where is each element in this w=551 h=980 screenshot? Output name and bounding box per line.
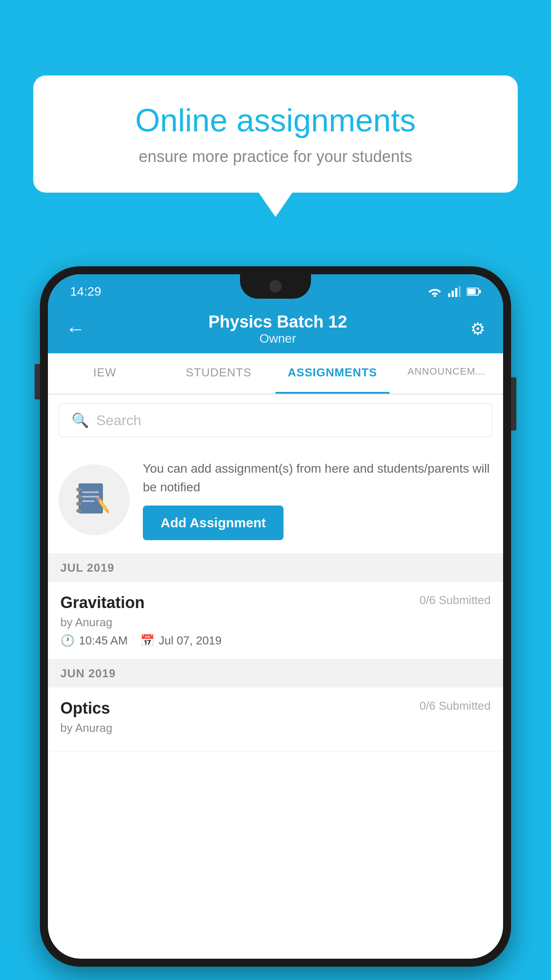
assignment-by: by Anurag (60, 616, 491, 629)
phone-container: 14:29 (40, 266, 511, 967)
header-center: Physics Batch 12 Owner (209, 312, 347, 346)
svg-rect-14 (82, 496, 99, 498)
search-placeholder-text: Search (96, 412, 141, 429)
search-container: 🔍 Search (48, 395, 503, 446)
optics-by: by Anurag (60, 721, 491, 735)
assignment-name: Gravitation (60, 593, 145, 612)
search-icon: 🔍 (71, 412, 89, 429)
speech-bubble-subtitle: ensure more practice for your students (64, 147, 487, 166)
optics-name: Optics (60, 699, 110, 718)
speech-bubble-title: Online assignments (64, 102, 487, 138)
svg-rect-11 (76, 502, 82, 506)
phone-outer: 14:29 (40, 266, 511, 967)
assignment-date-value: Jul 07, 2019 (159, 634, 222, 648)
assignment-row1: Gravitation 0/6 Submitted (60, 593, 491, 612)
settings-icon[interactable]: ⚙ (470, 319, 485, 339)
battery-icon (467, 287, 481, 296)
add-assignment-section: You can add assignment(s) from here and … (48, 446, 503, 554)
svg-rect-12 (76, 509, 82, 513)
assignment-submitted: 0/6 Submitted (420, 593, 491, 607)
tab-overview[interactable]: IEW (48, 353, 162, 394)
svg-rect-13 (82, 491, 99, 493)
header-subtitle: Owner (209, 332, 347, 346)
phone-notch (240, 274, 311, 299)
app-header: ← Physics Batch 12 Owner ⚙ (48, 304, 503, 353)
svg-rect-15 (82, 500, 94, 502)
assignment-meta: 🕐 10:45 AM 📅 Jul 07, 2019 (60, 634, 491, 648)
tab-students[interactable]: STUDENTS (162, 353, 276, 394)
clock-icon: 🕐 (60, 634, 75, 648)
assignment-item-optics[interactable]: Optics 0/6 Submitted by Anurag (48, 688, 503, 751)
volume-button (35, 364, 40, 399)
assignment-date: 📅 Jul 07, 2019 (140, 634, 222, 648)
assignment-item-gravitation[interactable]: Gravitation 0/6 Submitted by Anurag 🕐 10… (48, 582, 503, 660)
optics-submitted: 0/6 Submitted (420, 699, 491, 713)
status-time: 14:29 (70, 285, 101, 299)
wifi-icon (428, 286, 442, 297)
back-button[interactable]: ← (66, 318, 85, 340)
tab-announcements[interactable]: ANNOUNCEM... (390, 353, 504, 394)
assignment-time: 🕐 10:45 AM (60, 634, 128, 648)
month-header-jun: JUN 2019 (48, 660, 503, 688)
notebook-icon (74, 480, 114, 520)
add-assignment-button[interactable]: Add Assignment (143, 506, 283, 540)
svg-rect-10 (76, 495, 82, 498)
tab-assignments[interactable]: ASSIGNMENTS (276, 353, 390, 394)
tabs-bar: IEW STUDENTS ASSIGNMENTS ANNOUNCEM... (48, 353, 503, 395)
svg-rect-6 (468, 289, 476, 294)
svg-rect-1 (448, 293, 450, 297)
status-icons (428, 286, 481, 297)
svg-point-0 (434, 295, 436, 297)
calendar-icon: 📅 (140, 634, 154, 648)
front-camera (269, 280, 282, 292)
assignment-info: You can add assignment(s) from here and … (143, 459, 492, 540)
phone-screen: 14:29 (48, 274, 503, 959)
assignment-time-value: 10:45 AM (79, 634, 128, 648)
svg-rect-7 (479, 290, 481, 293)
assignment-info-text: You can add assignment(s) from here and … (143, 459, 492, 497)
month-header-jul: JUL 2019 (48, 554, 503, 582)
svg-rect-9 (76, 488, 82, 491)
header-title: Physics Batch 12 (209, 312, 347, 332)
signal-icon (448, 286, 460, 297)
search-bar[interactable]: 🔍 Search (59, 403, 492, 437)
optics-row1: Optics 0/6 Submitted (60, 699, 491, 718)
svg-rect-3 (455, 288, 457, 297)
notebook-icon-circle (59, 464, 130, 535)
power-button (511, 377, 516, 431)
speech-bubble: Online assignments ensure more practice … (33, 75, 518, 193)
svg-rect-4 (459, 286, 460, 297)
svg-rect-2 (452, 291, 454, 297)
